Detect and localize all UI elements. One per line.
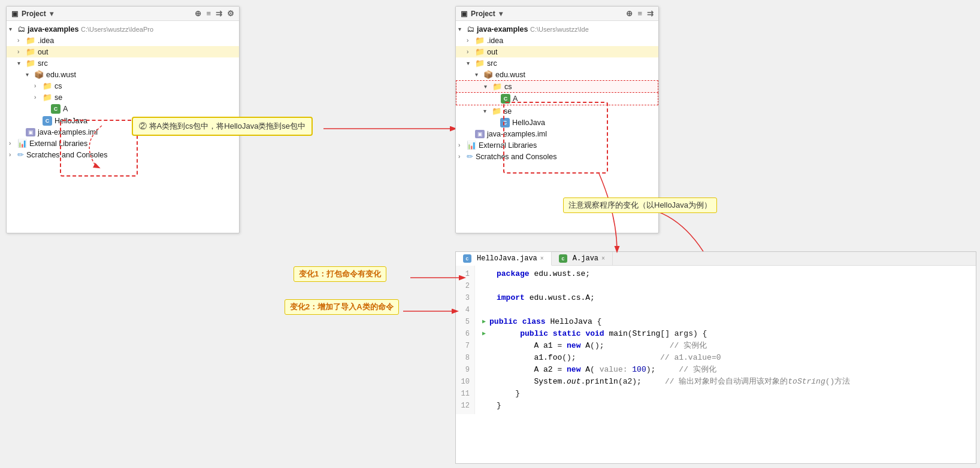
eduwust-arrow-right [475, 71, 483, 78]
code-line-1: package edu.wust.se; [482, 268, 969, 280]
tab-hellojava-label: HelloJava.java [477, 254, 537, 263]
tree-a-left[interactable]: C A [7, 103, 239, 115]
tab-hellojava-icon: C [463, 254, 471, 263]
extlib-icon-right: 📊 [467, 141, 476, 150]
dropdown-arrow-left[interactable]: ▾ [50, 10, 53, 18]
annotation-observe-text: 注意观察程序的变化（以HelloJava为例） [568, 200, 712, 209]
tab-ajava-icon: C [559, 254, 567, 263]
src-arrow-left [17, 60, 26, 66]
root-label-right: java-examples C:\Users\wustzz\Ide [477, 25, 589, 34]
target-icon-left[interactable]: ⊕ [195, 9, 201, 18]
se-folder-icon-right: 📁 [492, 107, 501, 116]
tree-idea-left[interactable]: 📁 .idea [7, 35, 239, 46]
src-folder-icon-left: 📁 [26, 59, 35, 68]
line3-code: import edu.wust.cs.A; [497, 292, 595, 304]
change1-text: 变化1：打包命令有变化 [299, 269, 381, 278]
code-editor: C HelloJava.java × C A.java × 1 2 3 4 5 … [455, 251, 976, 464]
right-panel-header: ▣ Project ▾ ⊕ ≡ ⇉ [456, 7, 658, 21]
tree-root-left[interactable]: 🗂 java-examples C:\Users\wustzz\IdeaPro [7, 23, 239, 35]
se-label-left: se [55, 93, 62, 102]
tree-src-left[interactable]: 📁 src [7, 57, 239, 69]
tree-out-right[interactable]: 📁 out [456, 46, 658, 57]
code-line-9: A a2 = new A( value: 100); // 实例化 [482, 364, 969, 376]
tree-cs-left[interactable]: 📁 cs [7, 80, 239, 92]
tab-ajava-close[interactable]: × [601, 256, 605, 262]
hierarchy-icon-right[interactable]: ≡ [637, 9, 642, 18]
run-icon-6[interactable]: ▶ [482, 328, 486, 340]
tree-se-right[interactable]: 📁 se [456, 105, 658, 117]
project-icon-left: ▣ [11, 10, 18, 18]
idea-folder-icon-left: 📁 [26, 36, 35, 45]
line4-code [497, 304, 501, 316]
annotation-step2: ② 将A类拖到cs包中，将HelloJava类拖到se包中 [132, 117, 313, 136]
out-folder-icon-right: 📁 [475, 47, 485, 56]
src-arrow-right [467, 60, 475, 66]
line9-code: A a2 = new A( value: 100); // 实例化 [497, 364, 716, 376]
root-folder-icon-right: 🗂 [467, 25, 474, 34]
cs-folder-icon-right: 📁 [492, 82, 502, 91]
a-label-left: A [63, 105, 68, 113]
hierarchy-icon-left[interactable]: ≡ [206, 9, 211, 18]
project-icon-right: ▣ [461, 10, 467, 18]
annotation-to-right-arrow [323, 120, 461, 138]
tree-extlib-left[interactable]: 📊 External Libraries [7, 138, 239, 149]
tree-root-right[interactable]: 🗂 java-examples C:\Users\wustzz\Ide [456, 23, 658, 35]
line11-code: } [497, 388, 520, 400]
tab-hellojava-close[interactable]: × [540, 256, 544, 262]
tree-scratches-left[interactable]: ✏ Scratches and Consoles [7, 149, 239, 160]
a-class-icon-left: C [51, 104, 61, 114]
change2-text: 变化2：增加了导入A类的命令 [290, 302, 394, 311]
idea-folder-icon-right: 📁 [475, 36, 485, 45]
src-label-left: src [38, 59, 48, 68]
line1-code: package edu.wust.se; [497, 268, 590, 280]
line12-code: } [497, 400, 501, 412]
idea-label-right: .idea [487, 37, 503, 45]
iml-label-right: java-examples.iml [487, 130, 547, 138]
idea-label-left: .idea [38, 37, 54, 45]
tree-a-right[interactable]: C A [456, 93, 658, 105]
hellojava-class-icon-right: C [500, 118, 510, 127]
dropdown-arrow-right[interactable]: ▾ [499, 10, 503, 18]
target-icon-right[interactable]: ⊕ [626, 9, 633, 18]
out-label-right: out [487, 48, 497, 56]
extlib-icon-left: 📊 [17, 139, 27, 148]
tab-ajava[interactable]: C A.java × [552, 252, 613, 265]
line5-code: public class HelloJava { [489, 316, 601, 328]
tree-eduwust-left[interactable]: 📦 edu.wust [7, 69, 239, 80]
iml-icon-left: ▣ [26, 128, 35, 136]
collapse-icon-left[interactable]: ⇉ [216, 9, 222, 18]
left-panel-header: ▣ Project ▾ ⊕ ≡ ⇉ ⚙ [7, 7, 239, 21]
idea-arrow-left [17, 37, 26, 44]
collapse-icon-right[interactable]: ⇉ [647, 9, 654, 18]
right-panel-title: Project [471, 10, 495, 18]
out-folder-icon-left: 📁 [26, 47, 35, 56]
root-arrow-left [9, 26, 17, 32]
cs-arrow-left [34, 83, 43, 89]
se-arrow-left [34, 94, 43, 101]
iml-label-left: java-examples.iml [38, 128, 98, 136]
left-panel-title: Project [22, 10, 46, 18]
scratches-icon-right: ✏ [467, 152, 473, 161]
tree-scratches-right[interactable]: ✏ Scratches and Consoles [456, 151, 658, 162]
line10-code: System.out.println(a2); // 输出对象时会自动调用该对象… [497, 376, 850, 388]
se-folder-icon-left: 📁 [43, 93, 52, 102]
out-arrow-right [467, 48, 475, 55]
tree-iml-right[interactable]: ▣ java-examples.iml [456, 129, 658, 139]
src-label-right: src [487, 59, 497, 68]
root-folder-icon-left: 🗂 [17, 25, 25, 34]
tree-eduwust-right[interactable]: 📦 edu.wust [456, 69, 658, 80]
tree-idea-right[interactable]: 📁 .idea [456, 35, 658, 46]
tree-hellojava-right[interactable]: C HelloJava [456, 117, 658, 129]
eduwust-package-icon-right: 📦 [483, 70, 493, 79]
tree-cs-right[interactable]: 📁 cs [456, 80, 658, 93]
run-icon-5[interactable]: ▶ [482, 316, 486, 328]
tab-hellojava[interactable]: C HelloJava.java × [456, 252, 552, 266]
tree-extlib-right[interactable]: 📊 External Libraries [456, 139, 658, 151]
extlib-arrow-right [458, 142, 467, 148]
tree-src-right[interactable]: 📁 src [456, 57, 658, 69]
scratches-arrow-left [9, 151, 17, 158]
gear-icon-left[interactable]: ⚙ [227, 9, 234, 18]
tree-out-left[interactable]: 📁 out [7, 46, 239, 57]
tree-se-left[interactable]: 📁 se [7, 92, 239, 103]
se-label-right: se [504, 107, 512, 116]
